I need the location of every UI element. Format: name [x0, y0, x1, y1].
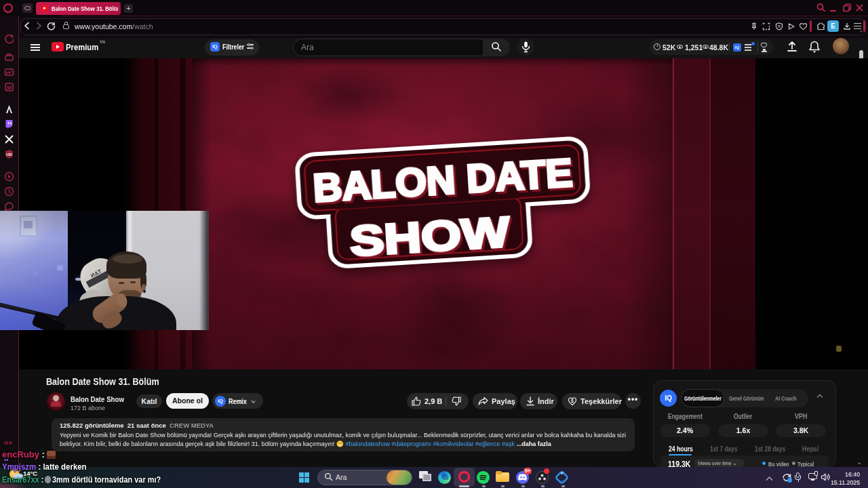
svg-text:$: $ [571, 399, 574, 404]
svg-text:SHOW: SHOW [349, 207, 511, 265]
svg-text:M: M [7, 85, 12, 91]
svg-text:UD: UD [6, 152, 12, 157]
